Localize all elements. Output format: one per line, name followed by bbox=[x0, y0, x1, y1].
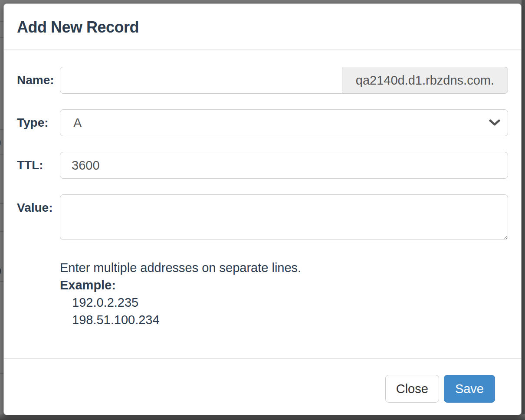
background-text-fragment: b bbox=[0, 135, 3, 148]
help-block: Enter multiple addresses on separate lin… bbox=[60, 259, 508, 328]
name-input-group: qa2140d.d1.rbzdns.com. bbox=[60, 67, 508, 94]
background-row-divider bbox=[0, 129, 3, 130]
background-text-fragment: z bbox=[0, 179, 3, 192]
background-row-divider bbox=[0, 373, 3, 374]
type-label: Type: bbox=[17, 109, 60, 136]
save-button[interactable]: Save bbox=[444, 375, 495, 403]
name-control: qa2140d.d1.rbzdns.com. bbox=[60, 67, 508, 94]
name-input[interactable] bbox=[60, 67, 342, 94]
background-row-divider bbox=[0, 21, 3, 22]
type-field-row: Type: A bbox=[17, 109, 508, 136]
modal-footer: Close Save bbox=[4, 358, 521, 415]
background-row-divider bbox=[0, 154, 3, 155]
background-row-divider bbox=[0, 281, 3, 282]
background-row-divider bbox=[0, 231, 3, 232]
type-select[interactable]: A bbox=[60, 109, 508, 136]
ttl-label: TTL: bbox=[17, 152, 60, 179]
value-label: Value: bbox=[17, 194, 60, 240]
modal-body: Name: qa2140d.d1.rbzdns.com. Type: A bbox=[4, 50, 521, 358]
close-button[interactable]: Close bbox=[385, 375, 439, 403]
name-domain-suffix: qa2140d.d1.rbzdns.com. bbox=[342, 67, 508, 94]
add-new-record-modal: Add New Record Name: qa2140d.d1.rbzdns.c… bbox=[3, 3, 522, 415]
help-example-label: Example: bbox=[60, 276, 508, 294]
help-intro: Enter multiple addresses on separate lin… bbox=[60, 259, 508, 276]
help-example-ip: 192.0.2.235 bbox=[60, 294, 508, 311]
value-field-row: Value: bbox=[17, 194, 508, 240]
ttl-control bbox=[60, 152, 508, 179]
backdrop-left-strip: b z zo bbox=[0, 0, 3, 414]
background-text-fragment: zo bbox=[0, 264, 3, 277]
ttl-input[interactable] bbox=[60, 152, 508, 179]
modal-header: Add New Record bbox=[4, 4, 521, 50]
value-textarea[interactable] bbox=[60, 194, 508, 240]
name-label: Name: bbox=[17, 67, 60, 94]
background-row-divider bbox=[0, 203, 3, 204]
modal-title: Add New Record bbox=[17, 17, 508, 37]
backdrop-right-strip bbox=[522, 0, 525, 420]
background-row-divider bbox=[0, 37, 3, 38]
help-example-ip: 198.51.100.234 bbox=[60, 311, 508, 328]
name-field-row: Name: qa2140d.d1.rbzdns.com. bbox=[17, 67, 508, 94]
value-control bbox=[60, 194, 508, 240]
type-control: A bbox=[60, 109, 508, 136]
ttl-field-row: TTL: bbox=[17, 152, 508, 179]
